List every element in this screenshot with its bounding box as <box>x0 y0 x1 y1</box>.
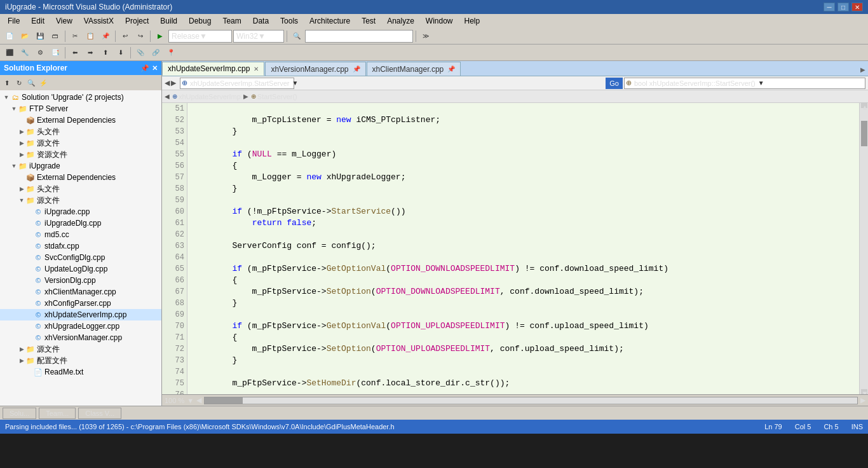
scroll-down-arrow[interactable]: ▼ <box>861 389 867 394</box>
zoom-out-btn[interactable]: ◀ <box>196 396 201 404</box>
tree-file-iupgradedlg[interactable]: ▶ © iUpgradeDlg.cpp <box>0 217 161 229</box>
tree-ext-deps2[interactable]: ▶ 📦 External Dependencies <box>0 172 161 183</box>
bottom-tab-team[interactable]: Team... <box>39 408 76 419</box>
tree-file-xhupgrade-logger[interactable]: ▶ © xhUpgradeLogger.cpp <box>0 320 161 332</box>
tree-sources2[interactable]: ▼ 📁 源文件 <box>0 195 161 206</box>
bottom-tab-solu[interactable]: Solu... <box>3 408 36 419</box>
tab-xhclientmanager[interactable]: xhClientManager.cpp 📌 <box>367 62 461 76</box>
menu-file[interactable]: File <box>3 15 25 27</box>
tree-iupgrade[interactable]: ▼ 📁 iUpgrade <box>0 160 161 172</box>
tree-file-xhupdateserver[interactable]: ▶ © xhUpdateServerImp.cpp <box>0 309 161 320</box>
tb2-btn1[interactable]: ⬛ <box>3 46 17 60</box>
menu-architecture[interactable]: Architecture <box>304 15 355 27</box>
tree-solution[interactable]: ▼ 🗂 Solution 'Upgrade' (2 projects) <box>0 92 161 103</box>
tb2-btn10[interactable]: 🔗 <box>149 46 163 60</box>
tb2-btn6[interactable]: ➡ <box>83 46 97 60</box>
tb2-btn7[interactable]: ⬆ <box>98 46 112 60</box>
tb2-btn4[interactable]: 📑 <box>48 46 62 60</box>
nav-fwd-btn[interactable]: ▶ <box>171 79 176 87</box>
tab-scroll-right[interactable]: ▶ <box>858 64 868 76</box>
menu-tools[interactable]: Tools <box>275 15 303 27</box>
tree-file-md5[interactable]: ▶ © md5.cc <box>0 229 161 240</box>
scroll-thumb[interactable] <box>861 121 867 146</box>
tb2-btn3[interactable]: ⚙ <box>33 46 47 60</box>
maximize-button[interactable]: □ <box>837 3 849 11</box>
platform-dropdown[interactable]: Win32 ▼ <box>233 30 284 43</box>
tree-sources3[interactable]: ▶ 📁 源文件 <box>0 343 161 355</box>
redo-btn[interactable]: ↪ <box>133 29 147 43</box>
tree-file-iupgrade-cpp[interactable]: ▶ © iUpgrade.cpp <box>0 206 161 217</box>
tree-resources1[interactable]: ▶ 📁 资源文件 <box>0 149 161 160</box>
tb2-btn9[interactable]: 📎 <box>133 46 147 60</box>
menu-data[interactable]: Data <box>248 15 274 27</box>
bottom-tab-class[interactable]: Class V... <box>78 408 121 419</box>
sec-nav-back[interactable]: ◀ <box>165 93 170 100</box>
menu-vassistx[interactable]: VAssistX <box>79 15 119 27</box>
se-tb-btn1[interactable]: ⬆ <box>1 77 13 88</box>
editor-scrollbar-y[interactable]: ▲ ▼ <box>859 103 868 394</box>
menu-view[interactable]: View <box>51 15 78 27</box>
se-close-btn[interactable]: ✕ <box>152 64 158 72</box>
save-all-btn[interactable]: 🗃 <box>48 29 62 43</box>
h-scrollbar-track[interactable] <box>204 397 858 404</box>
menu-test[interactable]: Test <box>356 15 381 27</box>
undo-btn[interactable]: ↩ <box>118 29 132 43</box>
tree-ext-deps1[interactable]: ▶ 📦 External Dependencies <box>0 114 161 126</box>
tab-close-1[interactable]: ✕ <box>254 65 259 72</box>
tree-readme[interactable]: ▶ 📄 ReadMe.txt <box>0 366 161 378</box>
copy-btn[interactable]: 📋 <box>83 29 97 43</box>
find-btn[interactable]: 🔍 <box>290 29 304 43</box>
minimize-button[interactable]: ─ <box>824 3 835 11</box>
tb2-btn5[interactable]: ⬅ <box>68 46 82 60</box>
tree-file-updatelog[interactable]: ▶ © UpdateLogDlg.cpp <box>0 263 161 275</box>
tree-file-stdafx[interactable]: ▶ © stdafx.cpp <box>0 240 161 252</box>
tree-config-files[interactable]: ▶ 📁 配置文件 <box>0 355 161 366</box>
se-tb-btn2[interactable]: ↻ <box>13 77 25 88</box>
new-file-btn[interactable]: 📄 <box>3 29 17 43</box>
func-dropdown[interactable]: ⊕ bool xhUpdateServerImp::StartServer() … <box>624 78 865 89</box>
save-btn[interactable]: 💾 <box>33 29 47 43</box>
tree-ftp-server[interactable]: ▼ 📁 FTP Server <box>0 103 161 114</box>
menu-project[interactable]: Project <box>120 15 154 27</box>
scope-dropdown[interactable]: ⊕ xhUpdateServerImp.StartServer ▼ <box>180 78 294 89</box>
tree-sources1[interactable]: ▶ 📁 源文件 <box>0 137 161 149</box>
tree-headers1[interactable]: ▶ 📁 头文件 <box>0 126 161 137</box>
menu-build[interactable]: Build <box>155 15 182 27</box>
search-input[interactable] <box>305 30 413 43</box>
menu-edit[interactable]: Edit <box>26 15 50 27</box>
zoom-dropdown[interactable]: ▼ <box>187 397 194 404</box>
se-pin-btn[interactable]: 📌 <box>140 64 149 72</box>
tb2-btn2[interactable]: 🔧 <box>18 46 32 60</box>
more-btn[interactable]: ≫ <box>419 29 433 43</box>
tab-xhversionmanager[interactable]: xhVersionManager.cpp 📌 <box>265 62 365 76</box>
menu-window[interactable]: Window <box>421 15 458 27</box>
go-button[interactable]: Go <box>606 78 623 89</box>
scroll-track[interactable] <box>860 108 868 389</box>
se-tb-btn3[interactable]: 🔍 <box>25 77 37 88</box>
close-button[interactable]: ✕ <box>851 3 863 11</box>
tree-file-svccfg[interactable]: ▶ © SvcConfigDlg.cpp <box>0 252 161 263</box>
zoom-in-btn[interactable]: ▶ <box>860 396 865 404</box>
tree-file-xhconfig[interactable]: ▶ © xhConfigParser.cpp <box>0 298 161 309</box>
menu-team[interactable]: Team <box>217 15 246 27</box>
tree-file-xhclient[interactable]: ▶ © xhClientManager.cpp <box>0 286 161 298</box>
tab-xhupdateserver[interactable]: xhUpdateServerImp.cpp ✕ <box>162 62 264 76</box>
cut-btn[interactable]: ✂ <box>68 29 82 43</box>
tb2-btn8[interactable]: ⬇ <box>114 46 128 60</box>
menu-analyze[interactable]: Analyze <box>382 15 419 27</box>
h-scrollbar-thumb[interactable] <box>205 397 243 404</box>
menu-debug[interactable]: Debug <box>184 15 216 27</box>
config-dropdown[interactable]: Release ▼ <box>168 30 232 43</box>
start-debug-btn[interactable]: ▶ <box>153 29 167 43</box>
code-content[interactable]: m_pTcpListener = new iCMS_PTcpListner; }… <box>187 103 859 394</box>
open-btn[interactable]: 📂 <box>18 29 32 43</box>
scroll-up-arrow[interactable]: ▲ <box>861 103 867 108</box>
tree-headers2[interactable]: ▶ 📁 头文件 <box>0 183 161 195</box>
paste-btn[interactable]: 📌 <box>98 29 112 43</box>
code-editor[interactable]: 5152535455 5657585960 6162636465 6667686… <box>162 103 859 394</box>
se-tb-btn4[interactable]: ⚡ <box>37 77 49 88</box>
tb2-btn11[interactable]: 📍 <box>164 46 178 60</box>
nav-back-btn[interactable]: ◀ <box>165 79 170 87</box>
tree-file-xhversion[interactable]: ▶ © xhVersionManager.cpp <box>0 332 161 343</box>
menu-help[interactable]: Help <box>459 15 485 27</box>
